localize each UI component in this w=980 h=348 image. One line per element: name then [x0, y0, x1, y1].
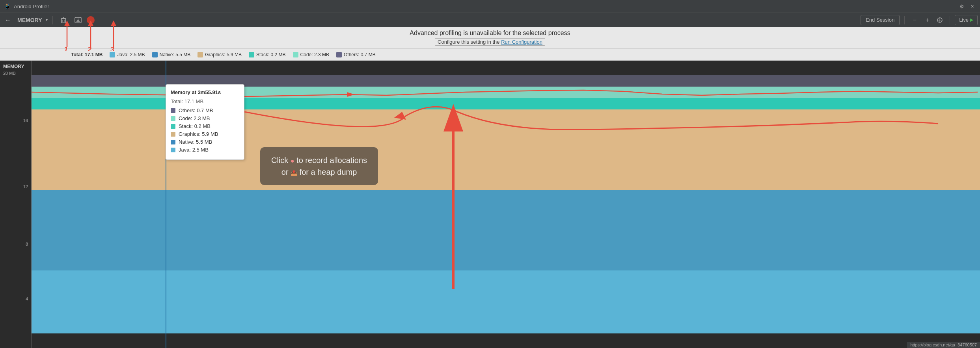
graphics-swatch — [197, 52, 203, 57]
tooltip-title: Memory at 3m55.91s — [171, 89, 239, 95]
tooltip-swatch-stack — [171, 124, 175, 129]
band-bottom — [32, 334, 980, 348]
stack-swatch — [249, 52, 254, 57]
play-icon: ▶ — [970, 17, 973, 22]
tooltip-total: Total: 17.1 MB — [171, 98, 239, 104]
band-java — [32, 270, 980, 334]
legend-item-code: Code: 2.3 MB — [293, 52, 329, 57]
url-text: https://blog.csdn.net/qa_34760507 — [910, 342, 977, 347]
y-label-16: 16 — [23, 118, 28, 123]
code-label: Code: 2.3 MB — [300, 52, 329, 57]
tooltip-swatch-code — [171, 116, 175, 121]
tooltip-row-stack: Stack: 0.2 MB — [171, 123, 239, 129]
code-swatch — [293, 52, 298, 57]
graphics-label: Graphics: 5.9 MB — [205, 52, 242, 57]
app-title: Android Profiler — [14, 4, 49, 9]
toolbar-left: ← MEMORY ▾ — [2, 15, 95, 25]
trash-icon — [60, 17, 67, 24]
y-axis-title: MEMORY — [0, 61, 31, 71]
tooltip-row-java: Java: 2.5 MB — [171, 147, 239, 153]
others-swatch — [336, 52, 342, 57]
tooltip-label-code: Code: 2.3 MB — [179, 115, 210, 121]
tooltip-label-java: Java: 2.5 MB — [179, 147, 209, 153]
title-bar-left: 📱 Android Profiler — [4, 3, 49, 9]
toolbar: ← MEMORY ▾ End Session — [0, 13, 980, 27]
svg-rect-0 — [61, 19, 65, 23]
java-swatch — [110, 52, 115, 57]
zoom-fit-icon — [936, 17, 943, 24]
end-session-button[interactable]: End Session — [861, 15, 900, 25]
dropdown-arrow[interactable]: ▾ — [46, 18, 48, 22]
url-bar: https://blog.csdn.net/qa_34760507 — [907, 342, 980, 348]
zoom-out-button[interactable]: − — [909, 15, 920, 25]
legend-item-stack: Stack: 0.2 MB — [249, 52, 286, 57]
tooltip-row-others: Others: 0.7 MB — [171, 107, 239, 113]
gc-button[interactable] — [58, 15, 69, 25]
divider-1 — [52, 16, 53, 24]
app-icon: 📱 — [4, 3, 11, 9]
tooltip-label-stack: Stack: 0.2 MB — [179, 123, 211, 129]
record-button[interactable] — [87, 16, 95, 24]
tooltip-swatch-native — [171, 140, 175, 144]
stack-label: Stack: 0.2 MB — [256, 52, 286, 57]
tooltip-row-graphics: Graphics: 5.9 MB — [171, 131, 239, 137]
tooltip-swatch-graphics — [171, 132, 175, 137]
run-config-link[interactable]: Run Configuration — [501, 39, 542, 45]
tooltip-label-graphics: Graphics: 5.9 MB — [179, 131, 218, 137]
live-button[interactable]: Live ▶ — [955, 15, 978, 25]
tooltip-row-native: Native: 5.5 MB — [171, 139, 239, 145]
tooltip-row-code: Code: 2.3 MB — [171, 115, 239, 121]
others-label: Others: 0.7 MB — [344, 52, 376, 57]
zoom-in-button[interactable]: + — [922, 15, 932, 25]
banner-subtitle: Configure this setting in the Run Config… — [435, 38, 545, 46]
y-label-12: 12 — [23, 184, 28, 189]
tooltip-swatch-others — [171, 108, 175, 113]
tooltip-popup: Memory at 3m55.91s Total: 17.1 MB Others… — [166, 84, 244, 160]
native-label: Native: 5.5 MB — [160, 52, 191, 57]
title-bar-right: ⚙ ✕ — [958, 2, 976, 10]
band-native — [32, 190, 980, 270]
main-area[interactable]: MEMORY 20 MB 16 12 8 4 — [0, 61, 980, 348]
tooltip-label-native: Native: 5.5 MB — [179, 139, 212, 145]
y-axis: MEMORY 20 MB 16 12 8 4 — [0, 61, 32, 348]
java-label: Java: 2.5 MB — [117, 52, 145, 57]
chart-area[interactable]: Memory at 3m55.91s Total: 17.1 MB Others… — [32, 61, 980, 348]
legend-total: Total: 17.1 MB — [71, 52, 102, 57]
toolbar-right: End Session − + Live ▶ — [861, 15, 978, 25]
settings-icon[interactable]: ⚙ — [958, 2, 966, 10]
legend-item-java: Java: 2.5 MB — [110, 52, 145, 57]
title-bar: 📱 Android Profiler ⚙ ✕ — [0, 0, 980, 13]
back-button[interactable]: ← — [2, 15, 13, 25]
legend-item-native: Native: 5.5 MB — [152, 52, 191, 57]
legend-item-graphics: Graphics: 5.9 MB — [197, 52, 242, 57]
y-label-8: 8 — [26, 242, 28, 246]
tooltip-label-others: Others: 0.7 MB — [179, 107, 213, 113]
live-label: Live — [959, 17, 969, 23]
legend-bar: Total: 17.1 MB Java: 2.5 MB Native: 5.5 … — [0, 49, 980, 61]
banner-title: Advanced profiling is unavailable for th… — [410, 30, 570, 37]
memory-label: MEMORY — [16, 16, 43, 24]
divider-2 — [904, 16, 905, 24]
close-icon[interactable]: ✕ — [968, 2, 976, 10]
legend-item-others: Others: 0.7 MB — [336, 52, 376, 57]
dump-icon — [74, 17, 82, 24]
heap-dump-button[interactable] — [72, 15, 84, 25]
banner: Advanced profiling is unavailable for th… — [0, 27, 980, 49]
native-swatch — [152, 52, 158, 57]
config-box: Configure this setting in the Run Config… — [435, 38, 545, 46]
y-label-4: 4 — [26, 296, 28, 301]
y-axis-sub: 20 MB — [0, 71, 31, 76]
tooltip-swatch-java — [171, 148, 175, 152]
divider-3 — [950, 16, 950, 24]
zoom-fit-button[interactable] — [935, 15, 945, 25]
